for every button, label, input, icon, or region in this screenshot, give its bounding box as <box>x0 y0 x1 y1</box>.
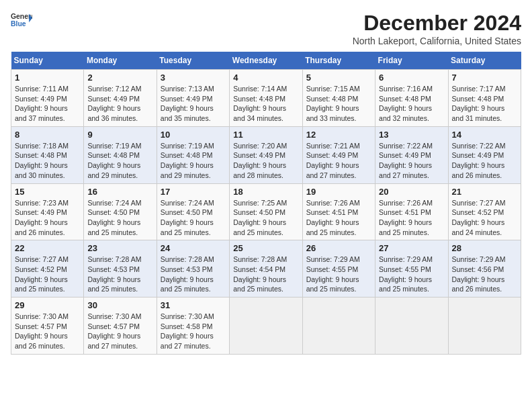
day-number: 5 <box>306 73 371 83</box>
day-number: 1 <box>15 73 80 83</box>
day-info: Sunrise: 7:27 AM Sunset: 4:52 PM Dayligh… <box>15 255 80 294</box>
day-number: 4 <box>233 73 298 83</box>
day-info: Sunrise: 7:12 AM Sunset: 4:49 PM Dayligh… <box>87 84 152 124</box>
day-info: Sunrise: 7:30 AM Sunset: 4:57 PM Dayligh… <box>15 312 80 351</box>
day-info: Sunrise: 7:19 AM Sunset: 4:48 PM Dayligh… <box>87 141 152 181</box>
svg-text:Blue: Blue <box>11 20 26 28</box>
header-cell-friday: Friday <box>375 52 448 70</box>
day-info: Sunrise: 7:28 AM Sunset: 4:53 PM Dayligh… <box>87 255 152 294</box>
day-info: Sunrise: 7:30 AM Sunset: 4:58 PM Dayligh… <box>161 312 226 351</box>
day-info: Sunrise: 7:24 AM Sunset: 4:50 PM Dayligh… <box>161 198 226 238</box>
main-title: December 2024 <box>353 11 521 36</box>
day-info: Sunrise: 7:18 AM Sunset: 4:48 PM Dayligh… <box>15 141 80 181</box>
week-row-3: 15Sunrise: 7:23 AM Sunset: 4:49 PM Dayli… <box>11 183 521 240</box>
calendar-cell: 11Sunrise: 7:20 AM Sunset: 4:49 PM Dayli… <box>230 126 302 183</box>
calendar-cell: 4Sunrise: 7:14 AM Sunset: 4:48 PM Daylig… <box>230 70 302 127</box>
day-number: 15 <box>15 187 80 197</box>
day-info: Sunrise: 7:13 AM Sunset: 4:49 PM Dayligh… <box>161 84 226 124</box>
header-cell-tuesday: Tuesday <box>157 52 229 70</box>
day-info: Sunrise: 7:29 AM Sunset: 4:55 PM Dayligh… <box>379 255 444 294</box>
day-number: 18 <box>233 187 298 197</box>
calendar-cell: 17Sunrise: 7:24 AM Sunset: 4:50 PM Dayli… <box>157 183 229 240</box>
calendar-cell: 14Sunrise: 7:22 AM Sunset: 4:49 PM Dayli… <box>448 126 521 183</box>
day-number: 29 <box>15 300 80 310</box>
header-cell-thursday: Thursday <box>302 52 375 70</box>
day-number: 12 <box>306 130 371 140</box>
calendar-cell <box>230 298 302 355</box>
calendar-cell: 20Sunrise: 7:26 AM Sunset: 4:51 PM Dayli… <box>375 183 448 240</box>
day-number: 19 <box>306 187 371 197</box>
calendar-cell: 1Sunrise: 7:11 AM Sunset: 4:49 PM Daylig… <box>11 70 84 127</box>
calendar-cell <box>448 298 521 355</box>
calendar-table: SundayMondayTuesdayWednesdayThursdayFrid… <box>11 52 521 355</box>
calendar-cell: 10Sunrise: 7:19 AM Sunset: 4:48 PM Dayli… <box>157 126 229 183</box>
calendar-cell: 3Sunrise: 7:13 AM Sunset: 4:49 PM Daylig… <box>157 70 229 127</box>
calendar-cell: 29Sunrise: 7:30 AM Sunset: 4:57 PM Dayli… <box>11 298 84 355</box>
calendar-cell: 6Sunrise: 7:16 AM Sunset: 4:48 PM Daylig… <box>375 70 448 127</box>
day-number: 23 <box>87 243 152 253</box>
subtitle: North Lakeport, California, United State… <box>353 36 521 46</box>
calendar-header: SundayMondayTuesdayWednesdayThursdayFrid… <box>11 52 521 70</box>
calendar-cell: 15Sunrise: 7:23 AM Sunset: 4:49 PM Dayli… <box>11 183 84 240</box>
header-cell-wednesday: Wednesday <box>230 52 302 70</box>
day-number: 6 <box>379 73 444 83</box>
calendar-cell: 22Sunrise: 7:27 AM Sunset: 4:52 PM Dayli… <box>11 240 84 298</box>
calendar-cell: 26Sunrise: 7:29 AM Sunset: 4:55 PM Dayli… <box>302 240 375 298</box>
day-info: Sunrise: 7:23 AM Sunset: 4:49 PM Dayligh… <box>15 198 80 238</box>
week-row-4: 22Sunrise: 7:27 AM Sunset: 4:52 PM Dayli… <box>11 240 521 298</box>
calendar-cell: 24Sunrise: 7:28 AM Sunset: 4:53 PM Dayli… <box>157 240 229 298</box>
calendar-cell: 30Sunrise: 7:30 AM Sunset: 4:57 PM Dayli… <box>84 298 157 355</box>
day-number: 11 <box>233 130 298 140</box>
day-info: Sunrise: 7:26 AM Sunset: 4:51 PM Dayligh… <box>306 198 371 238</box>
calendar-cell: 27Sunrise: 7:29 AM Sunset: 4:55 PM Dayli… <box>375 240 448 298</box>
day-info: Sunrise: 7:26 AM Sunset: 4:51 PM Dayligh… <box>379 198 444 238</box>
calendar-cell: 25Sunrise: 7:28 AM Sunset: 4:54 PM Dayli… <box>230 240 302 298</box>
logo-icon: General Blue <box>11 11 32 30</box>
calendar-cell: 28Sunrise: 7:29 AM Sunset: 4:56 PM Dayli… <box>448 240 521 298</box>
day-info: Sunrise: 7:22 AM Sunset: 4:49 PM Dayligh… <box>379 141 444 181</box>
day-number: 20 <box>379 187 444 197</box>
calendar-cell: 5Sunrise: 7:15 AM Sunset: 4:48 PM Daylig… <box>302 70 375 127</box>
calendar-cell: 18Sunrise: 7:25 AM Sunset: 4:50 PM Dayli… <box>230 183 302 240</box>
header-row: SundayMondayTuesdayWednesdayThursdayFrid… <box>11 52 521 70</box>
day-number: 22 <box>15 243 80 253</box>
day-number: 27 <box>379 243 444 253</box>
calendar-cell: 19Sunrise: 7:26 AM Sunset: 4:51 PM Dayli… <box>302 183 375 240</box>
calendar-cell: 21Sunrise: 7:27 AM Sunset: 4:52 PM Dayli… <box>448 183 521 240</box>
calendar-cell: 16Sunrise: 7:24 AM Sunset: 4:50 PM Dayli… <box>84 183 157 240</box>
day-info: Sunrise: 7:29 AM Sunset: 4:55 PM Dayligh… <box>306 255 371 294</box>
day-number: 10 <box>161 130 226 140</box>
day-number: 3 <box>161 73 226 83</box>
title-area: December 2024 North Lakeport, California… <box>353 11 521 46</box>
day-info: Sunrise: 7:16 AM Sunset: 4:48 PM Dayligh… <box>379 84 444 124</box>
day-info: Sunrise: 7:29 AM Sunset: 4:56 PM Dayligh… <box>452 255 517 294</box>
calendar-cell: 8Sunrise: 7:18 AM Sunset: 4:48 PM Daylig… <box>11 126 84 183</box>
week-row-5: 29Sunrise: 7:30 AM Sunset: 4:57 PM Dayli… <box>11 298 521 355</box>
day-number: 28 <box>452 243 517 253</box>
day-number: 16 <box>87 187 152 197</box>
day-number: 14 <box>452 130 517 140</box>
day-number: 7 <box>452 73 517 83</box>
day-number: 2 <box>87 73 152 83</box>
day-number: 24 <box>161 243 226 253</box>
day-number: 26 <box>306 243 371 253</box>
calendar-cell: 31Sunrise: 7:30 AM Sunset: 4:58 PM Dayli… <box>157 298 229 355</box>
week-row-1: 1Sunrise: 7:11 AM Sunset: 4:49 PM Daylig… <box>11 70 521 127</box>
day-info: Sunrise: 7:19 AM Sunset: 4:48 PM Dayligh… <box>161 141 226 181</box>
logo: General Blue <box>11 11 32 30</box>
header-cell-monday: Monday <box>84 52 157 70</box>
day-info: Sunrise: 7:20 AM Sunset: 4:49 PM Dayligh… <box>233 141 298 181</box>
day-number: 21 <box>452 187 517 197</box>
header: General Blue December 2024 North Lakepor… <box>11 11 521 46</box>
day-info: Sunrise: 7:27 AM Sunset: 4:52 PM Dayligh… <box>452 198 517 238</box>
calendar-cell <box>375 298 448 355</box>
calendar-cell: 9Sunrise: 7:19 AM Sunset: 4:48 PM Daylig… <box>84 126 157 183</box>
day-info: Sunrise: 7:28 AM Sunset: 4:53 PM Dayligh… <box>161 255 226 294</box>
day-info: Sunrise: 7:25 AM Sunset: 4:50 PM Dayligh… <box>233 198 298 238</box>
day-number: 17 <box>161 187 226 197</box>
header-cell-saturday: Saturday <box>448 52 521 70</box>
calendar-cell: 12Sunrise: 7:21 AM Sunset: 4:49 PM Dayli… <box>302 126 375 183</box>
calendar-cell: 23Sunrise: 7:28 AM Sunset: 4:53 PM Dayli… <box>84 240 157 298</box>
day-number: 8 <box>15 130 80 140</box>
calendar-cell: 2Sunrise: 7:12 AM Sunset: 4:49 PM Daylig… <box>84 70 157 127</box>
